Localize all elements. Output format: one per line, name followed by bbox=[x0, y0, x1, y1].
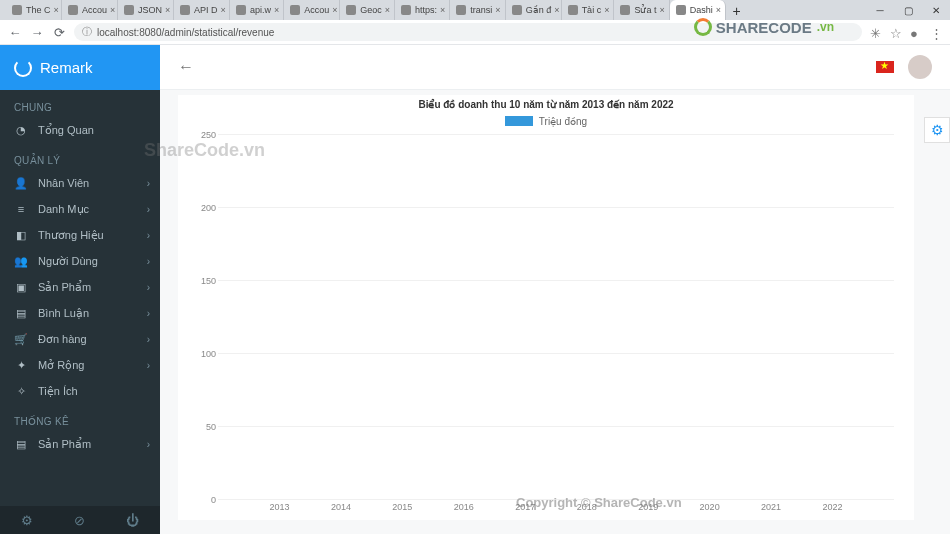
sidebar-item-morong[interactable]: ✦ Mở Rộng › bbox=[0, 352, 160, 378]
nav-back-icon[interactable]: ← bbox=[8, 25, 22, 39]
sidebar-item-label: Bình Luận bbox=[38, 307, 89, 320]
profile-icon[interactable]: ● bbox=[910, 26, 922, 38]
browser-tab[interactable]: Gần đ× bbox=[506, 0, 562, 20]
tab-close-icon[interactable]: × bbox=[385, 5, 390, 15]
sidebar-item-donhang[interactable]: 🛒 Đơn hàng › bbox=[0, 326, 160, 352]
grid-line bbox=[218, 426, 894, 427]
settings-gear-icon[interactable]: ⚙ bbox=[21, 513, 33, 528]
browser-tab[interactable]: Accou× bbox=[62, 0, 118, 20]
nav-forward-icon[interactable]: → bbox=[30, 25, 44, 39]
sidebar-item-label: Đơn hàng bbox=[38, 333, 87, 346]
sidebar-item-label: Thương Hiệu bbox=[38, 229, 104, 242]
browser-tab[interactable]: API D× bbox=[174, 0, 230, 20]
tab-label: JSON bbox=[138, 5, 162, 15]
tab-close-icon[interactable]: × bbox=[221, 5, 226, 15]
sidebar-section-quanly: QUẢN LÝ bbox=[0, 143, 160, 170]
tab-label: Dashi bbox=[690, 5, 713, 15]
sidebar-item-thuonghieu[interactable]: ◧ Thương Hiệu › bbox=[0, 222, 160, 248]
grid-line bbox=[218, 134, 894, 135]
tab-close-icon[interactable]: × bbox=[332, 5, 337, 15]
site-info-icon: ⓘ bbox=[82, 25, 92, 39]
legend-swatch bbox=[505, 116, 533, 126]
window-close-button[interactable]: ✕ bbox=[922, 0, 950, 20]
tab-close-icon[interactable]: × bbox=[110, 5, 115, 15]
new-tab-button[interactable]: + bbox=[728, 2, 746, 20]
sidebar-item-label: Nhân Viên bbox=[38, 177, 89, 189]
power-icon[interactable]: ⏻ bbox=[126, 513, 139, 528]
favicon-icon bbox=[12, 5, 22, 15]
browser-tab[interactable]: Sửa t× bbox=[614, 0, 669, 20]
browser-tab[interactable]: Accou× bbox=[284, 0, 340, 20]
browser-tab[interactable]: https:× bbox=[395, 0, 450, 20]
x-tick-label: 2016 bbox=[454, 502, 474, 512]
top-bar: ← bbox=[160, 45, 950, 90]
tab-close-icon[interactable]: × bbox=[554, 5, 559, 15]
brand-logo-icon bbox=[14, 59, 32, 77]
x-tick-label: 2014 bbox=[331, 502, 351, 512]
tab-close-icon[interactable]: × bbox=[274, 5, 279, 15]
browser-tab[interactable]: Dashi× bbox=[670, 0, 726, 20]
tab-close-icon[interactable]: × bbox=[440, 5, 445, 15]
browser-tab[interactable]: Tài c× bbox=[562, 0, 615, 20]
sidebar-item-sanpham[interactable]: ▣ Sản Phẩm › bbox=[0, 274, 160, 300]
tab-close-icon[interactable]: × bbox=[165, 5, 170, 15]
y-tick-label: 200 bbox=[201, 203, 216, 213]
chevron-right-icon: › bbox=[147, 178, 150, 189]
dashboard-icon: ◔ bbox=[14, 123, 28, 137]
sidebar-item-label: Mở Rộng bbox=[38, 359, 84, 372]
window-maximize-button[interactable]: ▢ bbox=[894, 0, 922, 20]
sidebar-item-thongke-sanpham[interactable]: ▤ Sản Phẩm › bbox=[0, 431, 160, 457]
tab-label: Tài c bbox=[582, 5, 602, 15]
nav-reload-icon[interactable]: ⟳ bbox=[52, 25, 66, 39]
tab-close-icon[interactable]: × bbox=[54, 5, 59, 15]
user-avatar[interactable] bbox=[908, 55, 932, 79]
user-icon: 👤 bbox=[14, 176, 28, 190]
sidebar-item-tongquan[interactable]: ◔ Tổng Quan bbox=[0, 117, 160, 143]
box-icon: ▣ bbox=[14, 280, 28, 294]
browser-tab[interactable]: transi× bbox=[450, 0, 505, 20]
brand-logo-row[interactable]: Remark bbox=[0, 45, 160, 90]
browser-tab[interactable]: JSON× bbox=[118, 0, 174, 20]
locale-flag-vn-icon[interactable] bbox=[876, 61, 894, 73]
chevron-right-icon: › bbox=[147, 334, 150, 345]
sidebar-item-danhmuc[interactable]: ≡ Danh Mục › bbox=[0, 196, 160, 222]
sidebar-item-binhluan[interactable]: ▤ Bình Luận › bbox=[0, 300, 160, 326]
browser-tab[interactable]: api.w× bbox=[230, 0, 284, 20]
kebab-menu-icon[interactable]: ⋮ bbox=[930, 26, 942, 38]
favicon-icon bbox=[290, 5, 300, 15]
x-tick-label: 2017 bbox=[515, 502, 535, 512]
extension-icon[interactable]: ✳ bbox=[870, 26, 882, 38]
sidebar-item-label: Sản Phẩm bbox=[38, 281, 91, 294]
tab-label: The C bbox=[26, 5, 51, 15]
tab-close-icon[interactable]: × bbox=[495, 5, 500, 15]
brand-name: Remark bbox=[40, 59, 93, 76]
link-icon[interactable]: ⊘ bbox=[74, 513, 85, 528]
page-settings-gear-button[interactable]: ⚙ bbox=[924, 117, 950, 143]
sidebar-item-nhanvien[interactable]: 👤 Nhân Viên › bbox=[0, 170, 160, 196]
browser-tab-strip: The C×Accou×JSON×API D×api.w×Accou×Geoc×… bbox=[0, 0, 950, 20]
users-icon: 👥 bbox=[14, 254, 28, 268]
favicon-icon bbox=[124, 5, 134, 15]
bars-layer bbox=[218, 135, 894, 500]
bookmark-star-icon[interactable]: ☆ bbox=[890, 26, 902, 38]
window-minimize-button[interactable]: ─ bbox=[866, 0, 894, 20]
tab-close-icon[interactable]: × bbox=[659, 5, 664, 15]
x-axis: 2013201420152016201720182019202020212022 bbox=[218, 502, 894, 516]
browser-tab[interactable]: Geoc× bbox=[340, 0, 395, 20]
sidebar-item-nguoidung[interactable]: 👥 Người Dùng › bbox=[0, 248, 160, 274]
legend-item[interactable]: Triệu đồng bbox=[505, 116, 587, 127]
favicon-icon bbox=[68, 5, 78, 15]
tab-close-icon[interactable]: × bbox=[716, 5, 721, 15]
tag-icon: ◧ bbox=[14, 228, 28, 242]
grid-line bbox=[218, 499, 894, 500]
favicon-icon bbox=[236, 5, 246, 15]
sidebar-item-tienich[interactable]: ✧ Tiện Ích bbox=[0, 378, 160, 404]
chart-plot-area: 050100150200250 201320142015201620172018… bbox=[218, 135, 894, 500]
tab-close-icon[interactable]: × bbox=[604, 5, 609, 15]
url-input[interactable]: ⓘ localhost:8080/admin/statistical/reven… bbox=[74, 23, 862, 41]
page-back-arrow-icon[interactable]: ← bbox=[178, 58, 194, 76]
browser-tab[interactable]: The C× bbox=[6, 0, 62, 20]
sidebar-item-label: Sản Phẩm bbox=[38, 438, 91, 451]
x-tick-label: 2022 bbox=[823, 502, 843, 512]
grid-line bbox=[218, 207, 894, 208]
